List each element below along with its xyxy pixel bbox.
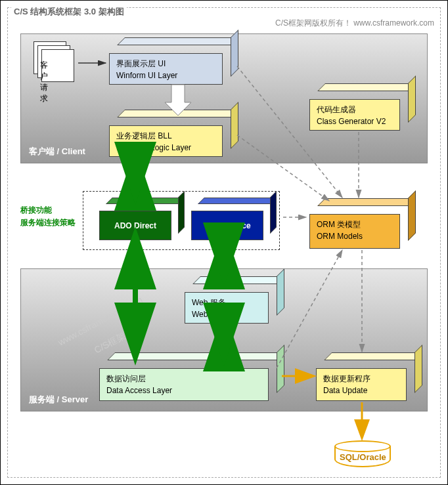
bridge-l1: 桥接功能 [20, 204, 76, 217]
ado-label: ADO Direct [99, 211, 171, 240]
dal-box: 数据访问层 Data Access Layer [99, 360, 277, 401]
request-label: 客户请求 [40, 60, 48, 104]
upd-en: Data Update [323, 385, 399, 396]
orm-zh: ORM 类模型 [317, 219, 393, 230]
bll-zh: 业务逻辑层 BLL [116, 130, 215, 142]
update-box: 数据更新程序 Data Update [316, 360, 414, 401]
web-service-box: Web 服务 Web Service [185, 284, 277, 324]
bll-en: Business Logic Layer [116, 142, 215, 154]
gen-en: Class Generator V2 [317, 116, 393, 127]
copyright-text: C/S框架网版权所有！ www.csframework.com [275, 18, 434, 29]
diagram-stage: C/S 结构系统框架 3.0 架构图 C/S框架网版权所有！ www.csfra… [0, 0, 448, 485]
server-label: 服务端 / Server [29, 394, 88, 406]
dal-zh: 数据访问层 [106, 373, 261, 385]
upd-zh: 数据更新程序 [323, 373, 399, 385]
orm-box: ORM 类模型 ORM Models [309, 206, 408, 249]
client-label: 客户端 / Client [29, 146, 85, 158]
dal-en: Data Access Layer [106, 385, 261, 396]
orm-en: ORM Models [317, 230, 393, 242]
web-zh: Web 服务 [192, 297, 261, 308]
gen-zh: 代码生成器 [317, 104, 393, 116]
ws-label: Web Service [191, 211, 263, 240]
bridge-labels: 桥接功能 服务端连接策略 [20, 204, 76, 229]
ado-box: ADO Direct [99, 204, 178, 240]
ui-zh: 界面展示层 UI [116, 58, 215, 70]
db-label: SQL/Oracle [340, 452, 386, 462]
ui-en: Winform UI Layer [116, 70, 215, 81]
generator-box: 代码生成器 Class Generator V2 [309, 91, 408, 131]
bll-box: 业务逻辑层 BLL Business Logic Layer [109, 117, 231, 157]
ws-box: Web Service [191, 204, 270, 240]
web-en: Web Service [192, 308, 261, 320]
bridge-l2: 服务端连接策略 [20, 217, 76, 229]
diagram-title: C/S 结构系统框架 3.0 架构图 [11, 6, 127, 18]
ui-layer-box: 界面展示层 UI Winform UI Layer [109, 45, 231, 85]
